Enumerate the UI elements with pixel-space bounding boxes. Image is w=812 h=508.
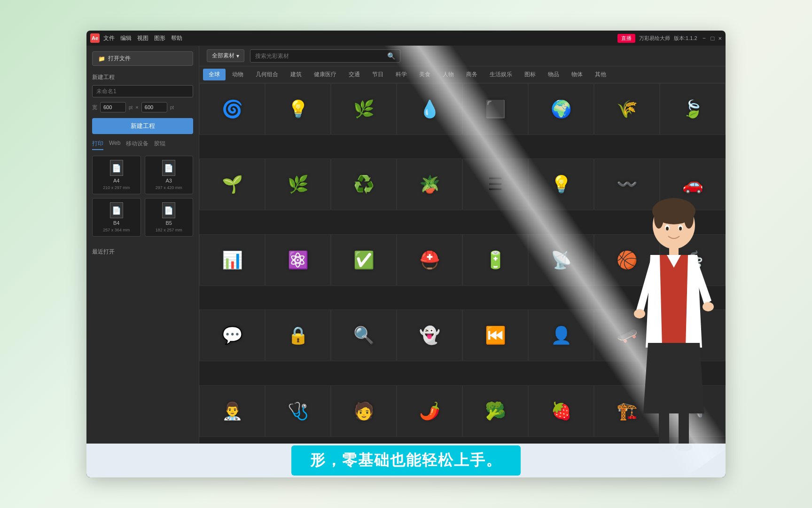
category-tab-people[interactable]: 人物 [437, 69, 460, 80]
icon-cell-33[interactable]: 🩺 [265, 385, 331, 437]
asset-toolbar: 全部素材 ▾ 🔍 [199, 46, 726, 66]
width-unit: pt [129, 105, 133, 110]
maximize-button[interactable]: □ [711, 35, 715, 42]
icon-cell-34[interactable]: 🧑 [331, 385, 397, 437]
subtitle-banner: 形，零基础也能轻松上手。 [86, 444, 726, 477]
category-tab-food[interactable]: 美食 [414, 69, 436, 80]
main-area: 📁 打开文件 新建工程 宽 pt × pt 新建工程 打印 Web 移动设备 胶… [86, 46, 726, 477]
open-file-label: 打开文件 [108, 55, 131, 63]
width-input[interactable] [100, 102, 126, 112]
icon-cell-3[interactable]: 💧 [397, 83, 462, 135]
paper-b4-size: 257 x 364 mm [103, 228, 130, 232]
project-name-input[interactable] [92, 85, 193, 97]
icon-cell-37[interactable]: 🍓 [528, 385, 594, 437]
category-tab-more1[interactable]: 物体 [566, 69, 588, 80]
dropdown-label: 全部素材 [212, 52, 234, 60]
search-box: 🔍 [250, 49, 400, 63]
icon-cell-1[interactable]: 💡 [265, 83, 331, 135]
content-area: 全部素材 ▾ 🔍 全球动物几何组合建筑健康医疗交通节日科学美食人物商务生活娱乐图… [199, 46, 726, 477]
paper-a4-name: A4 [113, 178, 119, 183]
asset-dropdown[interactable]: 全部素材 ▾ [207, 49, 244, 62]
version-label: 版本:1.1.2 [674, 35, 697, 42]
height-unit: pt [170, 105, 174, 110]
paper-a3[interactable]: 📄 A3 297 x 420 mm [145, 156, 194, 194]
category-tab-icon[interactable]: 图标 [519, 69, 541, 80]
svg-point-7 [679, 227, 682, 230]
icon-cell-25[interactable]: 🔒 [265, 310, 331, 361]
icon-cell-27[interactable]: 👻 [397, 310, 462, 361]
icon-cell-32[interactable]: 👨‍⚕️ [199, 385, 265, 437]
category-tab-entertainment[interactable]: 生活娱乐 [484, 69, 518, 80]
category-tab-science[interactable]: 科学 [390, 69, 413, 80]
icon-cell-0[interactable]: 🌀 [199, 83, 265, 135]
paper-b5-name: B5 [166, 220, 172, 226]
menu-help[interactable]: 帮助 [171, 34, 182, 42]
paper-a4[interactable]: 📄 A4 210 x 297 mm [92, 156, 141, 194]
menu-shape[interactable]: 图形 [154, 34, 165, 42]
icon-cell-28[interactable]: ⏮️ [462, 310, 528, 361]
menu-edit[interactable]: 编辑 [120, 34, 132, 42]
icon-cell-20[interactable]: 🔋 [462, 234, 528, 286]
icon-cell-4[interactable]: ⬛ [462, 83, 528, 135]
icon-cell-13[interactable]: 💡 [528, 159, 594, 210]
tab-mobile[interactable]: 移动设备 [126, 140, 148, 150]
category-tab-all[interactable]: 全球 [203, 69, 226, 80]
paper-b5-size: 182 x 257 mm [156, 228, 182, 232]
close-button[interactable]: × [718, 35, 722, 42]
icon-cell-12[interactable]: ☰ [462, 159, 528, 210]
paper-a4-size: 210 x 297 mm [103, 185, 130, 190]
category-tab-festival[interactable]: 节日 [367, 69, 389, 80]
tab-print[interactable]: 打印 [92, 140, 103, 150]
create-project-button[interactable]: 新建工程 [92, 118, 193, 134]
paper-size-grid: 📄 A4 210 x 297 mm 📄 A3 297 x 420 mm 📄 B4… [92, 156, 193, 237]
icon-cell-9[interactable]: 🌿 [265, 159, 331, 210]
paper-b5[interactable]: 📄 B5 182 x 257 mm [145, 198, 194, 237]
tab-web[interactable]: Web [109, 140, 120, 150]
icon-cell-17[interactable]: ⚛️ [265, 234, 331, 286]
icon-cell-10[interactable]: ♻️ [331, 159, 397, 210]
icon-cell-26[interactable]: 🔍 [331, 310, 397, 361]
icon-cell-7[interactable]: 🍃 [660, 83, 726, 135]
height-input[interactable] [141, 102, 167, 112]
icon-cell-35[interactable]: 🌶️ [397, 385, 462, 437]
icon-cell-21[interactable]: 📡 [528, 234, 594, 286]
menu-file[interactable]: 文件 [103, 34, 115, 42]
icon-cell-5[interactable]: 🌍 [528, 83, 594, 135]
svg-point-9 [634, 309, 645, 318]
sidebar: 📁 打开文件 新建工程 宽 pt × pt 新建工程 打印 Web 移动设备 胶… [86, 46, 199, 477]
category-tab-transport[interactable]: 交通 [343, 69, 366, 80]
icon-cell-18[interactable]: ✅ [331, 234, 397, 286]
open-file-button[interactable]: 📁 打开文件 [92, 51, 193, 66]
icon-cell-29[interactable]: 👤 [528, 310, 594, 361]
category-tab-architecture[interactable]: 建筑 [285, 69, 307, 80]
paper-a3-icon: 📄 [162, 160, 175, 176]
icon-cell-2[interactable]: 🌿 [331, 83, 397, 135]
category-tab-more2[interactable]: 其他 [589, 69, 612, 80]
avatar-character [622, 178, 726, 460]
icon-cell-8[interactable]: 🌱 [199, 159, 265, 210]
tab-film[interactable]: 胶辊 [154, 140, 165, 150]
category-tab-animal[interactable]: 动物 [226, 69, 249, 80]
paper-b4[interactable]: 📄 B4 257 x 364 mm [92, 198, 141, 237]
icon-cell-11[interactable]: 🪴 [397, 159, 462, 210]
icon-cell-19[interactable]: ⛑️ [397, 234, 462, 286]
category-tab-item[interactable]: 物品 [542, 69, 565, 80]
svg-rect-11 [659, 413, 669, 445]
icon-cell-36[interactable]: 🥦 [462, 385, 528, 437]
category-tab-geometry[interactable]: 几何组合 [250, 69, 284, 80]
paper-a3-size: 297 x 420 mm [156, 185, 182, 190]
search-input[interactable] [255, 53, 387, 59]
category-tab-commerce[interactable]: 商务 [461, 69, 483, 80]
paper-b5-icon: 📄 [162, 202, 175, 218]
menu-view[interactable]: 视图 [137, 34, 148, 42]
icon-cell-6[interactable]: 🌾 [594, 83, 660, 135]
live-button[interactable]: 直播 [617, 34, 635, 43]
minimize-button[interactable]: － [701, 34, 707, 42]
category-tab-health[interactable]: 健康医疗 [308, 69, 342, 80]
icon-cell-16[interactable]: 📊 [199, 234, 265, 286]
sidebar-tabs: 打印 Web 移动设备 胶辊 [92, 140, 193, 150]
dropdown-arrow-icon: ▾ [236, 53, 239, 59]
svg-rect-8 [669, 246, 679, 255]
app-name-label: 万彩易绘大师 [639, 35, 670, 42]
icon-cell-24[interactable]: 💬 [199, 310, 265, 361]
